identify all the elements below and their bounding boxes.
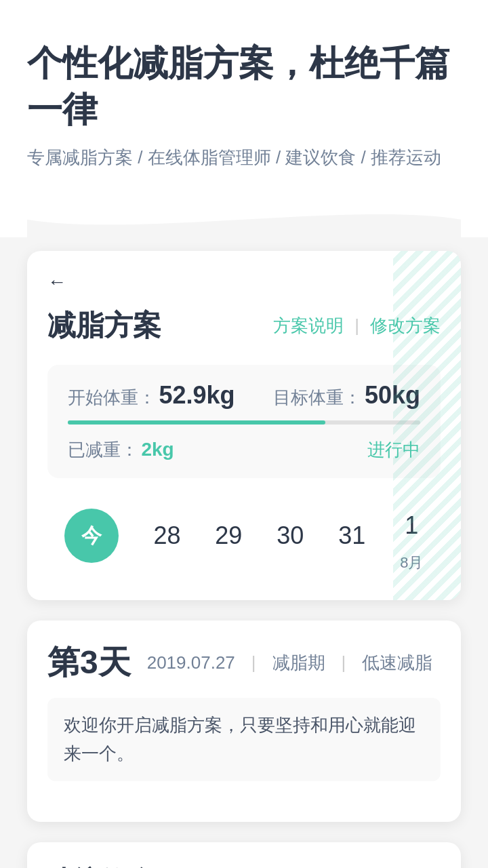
day-tag1: 减脂期 — [272, 651, 325, 675]
day-section: 第3天 2019.07.27 | 减脂期 | 低速减脂 欢迎你开启减脂方案，只要… — [27, 620, 461, 822]
back-button[interactable]: ← — [47, 271, 66, 293]
card-header: 减脂方案 方案说明 | 修改方案 — [47, 307, 441, 344]
header-section: 个性化减脂方案，杜绝千篇一律 专属减脂方案 / 在线体脂管理师 / 建议饮食 /… — [0, 0, 488, 237]
day-date: 2019.07.27 — [147, 652, 235, 673]
main-title: 个性化减脂方案，杜绝千篇一律 — [27, 41, 461, 132]
progress-bar-fill — [68, 420, 325, 425]
day-tag2: 低速减脂 — [362, 651, 432, 675]
card-actions: 方案说明 | 修改方案 — [273, 314, 441, 338]
day-header: 第3天 2019.07.27 | 减脂期 | 低速减脂 — [47, 641, 441, 684]
date-28[interactable]: 28 — [153, 509, 180, 563]
date-picker: 今 28 29 30 31 1 8月 — [47, 492, 441, 580]
action-divider: | — [354, 315, 359, 336]
action-explain[interactable]: 方案说明 — [273, 314, 344, 338]
plan-card: ← 减脂方案 方案说明 | 修改方案 开始体重： 52.9kg 目标体重： 50… — [27, 251, 461, 600]
start-weight: 开始体重： 52.9kg — [68, 381, 235, 410]
diet-section: 建议饮食 早餐 午餐 加餐 晚餐 加餐 — [27, 842, 461, 868]
action-modify[interactable]: 修改方案 — [370, 314, 441, 338]
diet-title: 建议饮食 — [47, 863, 441, 868]
card-title: 减脂方案 — [47, 307, 161, 344]
weight-row: 开始体重： 52.9kg 目标体重： 50kg — [68, 381, 420, 410]
day-number: 第3天 — [47, 641, 131, 684]
loss-info: 已减重： 2kg — [68, 438, 174, 462]
target-weight: 目标体重： 50kg — [273, 381, 420, 410]
date-today[interactable]: 今 — [64, 509, 119, 563]
sub-title: 专属减脂方案 / 在线体脂管理师 / 建议饮食 / 推荐运动 — [27, 146, 461, 170]
wave-svg — [27, 201, 461, 237]
separator2: | — [342, 652, 346, 673]
separator1: | — [251, 652, 256, 673]
date-aug1[interactable]: 1 8月 — [400, 498, 423, 573]
weight-card: 开始体重： 52.9kg 目标体重： 50kg 已减重： 2kg 进行中 — [47, 365, 441, 478]
progress-bar-container — [68, 420, 420, 425]
date-30[interactable]: 30 — [277, 509, 304, 563]
day-message: 欢迎你开启减脂方案，只要坚持和用心就能迎来一个。 — [47, 698, 441, 781]
loss-row: 已减重： 2kg 进行中 — [68, 438, 420, 462]
date-29[interactable]: 29 — [215, 509, 242, 563]
today-circle: 今 — [64, 509, 119, 563]
wave-divider — [27, 197, 461, 237]
status-badge: 进行中 — [367, 438, 420, 462]
date-31[interactable]: 31 — [338, 509, 365, 563]
